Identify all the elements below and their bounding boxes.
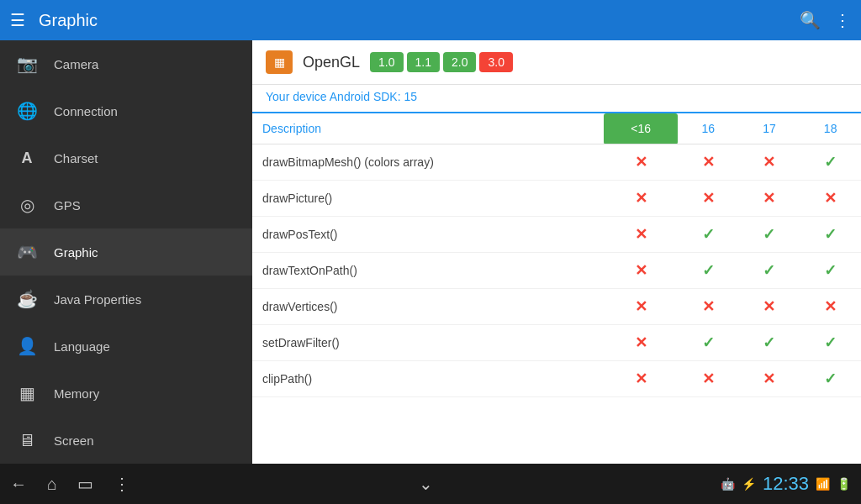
feature-name: drawBitmapMesh() (colors array): [252, 144, 604, 181]
language-label: Language: [54, 339, 110, 354]
check-icon: ✓: [824, 154, 837, 171]
opengl-title: OpenGL: [303, 54, 360, 71]
menu-icon[interactable]: ☰: [10, 10, 25, 30]
java-label: Java Properties: [54, 292, 141, 307]
check-icon: ✓: [702, 226, 715, 243]
check-icon: ✓: [824, 370, 837, 387]
features-table: Description <16 16 17 18 drawBitmapMesh(…: [252, 113, 861, 397]
version-badge-11[interactable]: 1.1: [407, 52, 440, 72]
cell-v16: ✕: [678, 361, 739, 397]
sidebar-item-screen[interactable]: 🖥Screen: [0, 417, 252, 464]
sidebar-item-graphic[interactable]: 🎮Graphic: [0, 228, 252, 276]
top-bar: ☰ Graphic 🔍 ⋮: [0, 0, 861, 40]
cell-lt16: ✕: [604, 181, 678, 217]
cross-icon: ✕: [635, 190, 647, 207]
cell-lt16: ✕: [604, 253, 678, 289]
sidebar-item-connection[interactable]: 🌐Connection: [0, 87, 252, 134]
version-badge-30[interactable]: 3.0: [479, 52, 512, 72]
sidebar-item-gps[interactable]: ◎GPS: [0, 181, 252, 228]
check-icon: ✓: [763, 262, 775, 279]
search-icon[interactable]: 🔍: [800, 10, 821, 30]
table-row: setDrawFilter()✕✓✓✓: [252, 325, 861, 361]
table-area: Description <16 16 17 18 drawBitmapMesh(…: [252, 113, 861, 464]
sdk-notice: Your device Android SDK: 15: [252, 85, 861, 113]
cross-icon: ✕: [824, 298, 837, 315]
more-options-icon[interactable]: ⋮: [834, 10, 851, 30]
cell-v17: ✕: [739, 181, 800, 217]
cell-lt16: ✕: [604, 361, 678, 397]
cross-icon: ✕: [702, 298, 715, 315]
cell-v17: ✕: [739, 361, 800, 397]
check-icon: ✓: [702, 334, 715, 351]
check-icon: ✓: [763, 226, 775, 243]
main-area: 📷Camera🌐ConnectionACharset◎GPS🎮Graphic☕J…: [0, 40, 861, 464]
cell-v16: ✓: [678, 217, 739, 253]
cell-v16: ✕: [678, 144, 739, 181]
sidebar-item-charset[interactable]: ACharset: [0, 134, 252, 181]
cell-v18: ✓: [800, 144, 861, 181]
table-row: drawPosText()✕✓✓✓: [252, 217, 861, 253]
cell-lt16: ✕: [604, 289, 678, 325]
feature-name: clipPath(): [252, 361, 604, 397]
back-button[interactable]: ←: [10, 475, 27, 494]
check-icon: ✓: [702, 262, 715, 279]
sidebar-item-java[interactable]: ☕Java Properties: [0, 276, 252, 323]
cell-v18: ✓: [800, 253, 861, 289]
table-row: drawVertices()✕✕✕✕: [252, 289, 861, 325]
version-badges: 1.01.12.03.0: [370, 52, 513, 72]
cell-v16: ✓: [678, 253, 739, 289]
content-panel: ▦ OpenGL 1.01.12.03.0 Your device Androi…: [252, 40, 861, 464]
cross-icon: ✕: [635, 334, 647, 351]
charset-icon: A: [13, 144, 40, 171]
table-row: drawTextOnPath()✕✓✓✓: [252, 253, 861, 289]
opengl-header: ▦ OpenGL 1.01.12.03.0: [252, 40, 861, 85]
col-18: 18: [800, 113, 861, 144]
language-icon: 👤: [13, 333, 40, 360]
page-title: Graphic: [39, 11, 786, 30]
cross-icon: ✕: [763, 370, 775, 387]
cell-v17: ✓: [739, 217, 800, 253]
cross-icon: ✕: [763, 154, 775, 171]
version-badge-20[interactable]: 2.0: [443, 52, 476, 72]
cell-v18: ✕: [800, 289, 861, 325]
android-icon: 🤖: [721, 477, 735, 491]
version-badge-10[interactable]: 1.0: [370, 52, 403, 72]
clock: 12:33: [763, 473, 809, 495]
camera-label: Camera: [54, 57, 98, 71]
sidebar: 📷Camera🌐ConnectionACharset◎GPS🎮Graphic☕J…: [0, 40, 252, 464]
status-icons: 🤖 ⚡ 12:33 📶 🔋: [721, 473, 851, 495]
memory-icon: ▦: [13, 380, 40, 407]
table-body: drawBitmapMesh() (colors array)✕✕✕✓drawP…: [252, 144, 861, 397]
cross-icon: ✕: [635, 226, 647, 243]
screen-icon: 🖥: [13, 427, 40, 454]
feature-name: drawPicture(): [252, 181, 604, 217]
cell-lt16: ✕: [604, 325, 678, 361]
check-icon: ✓: [824, 226, 837, 243]
cross-icon: ✕: [702, 370, 715, 387]
sidebar-item-memory[interactable]: ▦Memory: [0, 370, 252, 417]
table-row: clipPath()✕✕✕✓: [252, 361, 861, 397]
cell-v17: ✓: [739, 253, 800, 289]
usb-icon: ⚡: [742, 477, 756, 491]
more-icon[interactable]: ⋮: [114, 474, 130, 494]
home-button[interactable]: ⌂: [47, 475, 57, 494]
cross-icon: ✕: [635, 370, 647, 387]
feature-name: setDrawFilter(): [252, 325, 604, 361]
cell-lt16: ✕: [604, 144, 678, 181]
recent-apps-button[interactable]: ▭: [77, 474, 93, 494]
cross-icon: ✕: [702, 190, 715, 207]
cell-v18: ✕: [800, 181, 861, 217]
cell-v18: ✓: [800, 217, 861, 253]
sidebar-item-camera[interactable]: 📷Camera: [0, 40, 252, 87]
cell-v17: ✓: [739, 325, 800, 361]
cross-icon: ✕: [635, 298, 647, 315]
sidebar-item-language[interactable]: 👤Language: [0, 323, 252, 370]
graphic-label: Graphic: [54, 245, 98, 260]
col-description: Description: [252, 113, 604, 144]
table-head: Description <16 16 17 18: [252, 113, 861, 144]
cell-v16: ✓: [678, 325, 739, 361]
cross-icon: ✕: [763, 190, 775, 207]
cell-lt16: ✕: [604, 217, 678, 253]
check-icon: ✓: [824, 334, 837, 351]
down-arrow-button[interactable]: ⌄: [419, 474, 433, 494]
